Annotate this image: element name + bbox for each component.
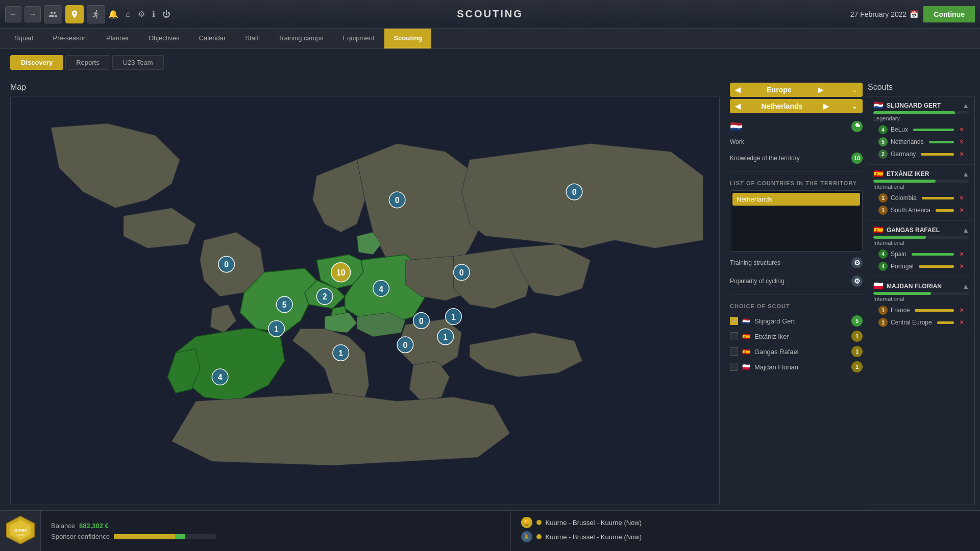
country-dropdown-icon[interactable]: ⌄: [851, 102, 857, 110]
subtab-discovery[interactable]: Discovery: [10, 55, 63, 70]
tab-scouting[interactable]: Scouting: [384, 29, 431, 48]
region-name: Europe: [767, 86, 791, 94]
close-belux[interactable]: ✕: [959, 126, 964, 133]
tab-preseason[interactable]: Pre-season: [44, 29, 96, 48]
tab-calendar[interactable]: Calendar: [190, 29, 235, 48]
scout-header-etxaniz: 🇪🇸 ETXÁNIZ IKER ▲: [873, 169, 969, 179]
scout-rank-etxaniz: International: [873, 184, 969, 190]
trophy-icon-1: 🏆: [521, 517, 532, 528]
training-gear-icon: ⚙: [851, 257, 863, 268]
calendar-icon[interactable]: 📅: [910, 10, 918, 18]
scouting-icon[interactable]: [65, 5, 84, 23]
event-text-1: Kuurne - Brussel - Kuurne (Now): [546, 519, 642, 527]
scout-region-germany: 2 Germany ✕: [873, 148, 969, 160]
scout-es-flag-etxaniz: 🇪🇸: [873, 169, 884, 179]
team-hex-logo: JUMBO VISMA: [5, 515, 36, 547]
top-bar: ← → 🔔 ⌂ ⚙ ℹ ⏻ SCOUTING 27 February 2022 …: [0, 0, 980, 29]
settings-icon[interactable]: ⚙: [138, 9, 145, 19]
close-netherlands[interactable]: ✕: [959, 138, 964, 145]
region-name-germany: Germany: [891, 151, 916, 158]
region-selector-europe[interactable]: ◀ Europe ▶ ⌄: [730, 83, 863, 97]
scout-region-portugal: 4 Portugal ✕: [873, 260, 969, 272]
confidence-green-fill: [175, 534, 185, 539]
scout-card-slijngard: 🇳🇱 SLIJNGARD GERT ▲ Legendary 4 BeLux ✕: [868, 96, 974, 165]
scout-name-display-etxaniz: ETXÁNIZ IKER: [887, 170, 929, 178]
close-central-europe[interactable]: ✕: [959, 319, 964, 326]
power-icon[interactable]: ⏻: [162, 10, 170, 19]
country-item-netherlands[interactable]: Netherlands: [732, 193, 860, 206]
scout-score-majdan: 1: [851, 361, 863, 372]
tab-squad[interactable]: Squad: [5, 29, 43, 48]
scout-name-slijngard: Slijngard Gert: [754, 317, 795, 325]
region-dropdown-icon[interactable]: ⌄: [851, 86, 857, 94]
region-name-netherlands: Netherlands: [891, 138, 924, 145]
region-badge-netherlands: 5: [878, 137, 888, 146]
region-arrow-left[interactable]: ◀: [735, 86, 741, 94]
scout-checkbox-majdan[interactable]: [730, 363, 738, 371]
cycle-icon[interactable]: [87, 5, 105, 23]
tab-equipment[interactable]: Equipment: [333, 29, 383, 48]
countries-list: Netherlands: [730, 190, 863, 252]
scout-card-majdan: 🇵🇱 MAJDAN FLORIAN ▲ International 1 Fran…: [868, 277, 974, 333]
event-2: 🚴 Kuurne - Brussel - Kuurne (Now): [521, 531, 970, 542]
bell-icon[interactable]: 🔔: [108, 9, 118, 19]
scout-expand-slijngard[interactable]: ▲: [962, 102, 969, 110]
region-badge-germany: 2: [878, 149, 888, 159]
scouts-title: Scouts: [868, 83, 975, 92]
region-badge-colombia: 1: [878, 193, 888, 203]
balance-row: Balance 882,302 €: [51, 522, 500, 530]
scout-name-gangas: Gangas Rafael: [754, 348, 799, 356]
work-icon: [851, 121, 863, 132]
scout-checkbox-slijngard[interactable]: ✓: [730, 317, 738, 325]
subtab-u23team[interactable]: U23 Team: [112, 55, 164, 70]
event-text-2: Kuurne - Brussel - Kuurne (Now): [546, 533, 642, 541]
close-spain[interactable]: ✕: [959, 251, 964, 258]
scout-checkbox-gangas[interactable]: [730, 347, 738, 356]
scout-expand-majdan[interactable]: ▲: [962, 282, 969, 290]
squad-icon[interactable]: [44, 5, 62, 23]
scout-card-etxaniz: 🇪🇸 ETXÁNIZ IKER ▲ International 1 Colomb…: [868, 165, 974, 221]
scout-name-etxaniz: Etxániz Iker: [754, 333, 789, 340]
country-arrow-right[interactable]: ▶: [823, 102, 829, 110]
right-panel: ◀ Europe ▶ ⌄ ◀ Netherlands ▶ ⌄ 🇳🇱: [725, 78, 868, 510]
close-portugal[interactable]: ✕: [959, 263, 964, 270]
balance-amount: 882,302 €: [79, 522, 109, 530]
scouts-list: 🇳🇱 SLIJNGARD GERT ▲ Legendary 4 BeLux ✕: [868, 96, 975, 505]
scout-bar-majdan: [873, 292, 969, 295]
country-selector-netherlands[interactable]: ◀ Netherlands ▶ ⌄: [730, 99, 863, 113]
top-bar-left: ← → 🔔 ⌂ ⚙ ℹ ⏻: [0, 5, 170, 23]
tab-staff[interactable]: Staff: [236, 29, 268, 48]
continue-button[interactable]: Continue: [923, 6, 975, 22]
page-title: SCOUTING: [457, 8, 523, 20]
home-icon[interactable]: ⌂: [126, 10, 131, 19]
region-arrow-right[interactable]: ▶: [818, 86, 823, 94]
subtab-reports[interactable]: Reports: [65, 55, 110, 70]
scout-checkbox-etxaniz[interactable]: [730, 332, 738, 340]
close-colombia[interactable]: ✕: [959, 194, 964, 202]
scout-expand-etxaniz[interactable]: ▲: [962, 170, 969, 178]
map-svg: 10 2 5 4 4 0: [11, 96, 719, 505]
map-container[interactable]: 10 2 5 4 4 0: [10, 96, 720, 505]
svg-text:0: 0: [459, 268, 464, 277]
scout-choice-majdan: 🇵🇱 Majdan Florian 1: [730, 359, 863, 374]
scout-name-majdan: Majdan Florian: [754, 363, 798, 371]
tab-objectives[interactable]: Objectives: [139, 29, 189, 48]
tab-planner[interactable]: Planner: [97, 29, 138, 48]
top-bar-right: 27 February 2022 📅 Continue: [850, 6, 980, 22]
info-icon[interactable]: ℹ: [152, 9, 155, 19]
close-south-america[interactable]: ✕: [959, 207, 964, 214]
scout-header-majdan: 🇵🇱 MAJDAN FLORIAN ▲: [873, 281, 969, 291]
scout-bar-etxaniz: [873, 180, 969, 183]
region-name-south-america: South America: [891, 207, 930, 214]
close-germany[interactable]: ✕: [959, 151, 964, 158]
scout-score-etxaniz: 1: [851, 331, 863, 342]
country-arrow-left[interactable]: ◀: [735, 102, 741, 110]
scout-bar-slijngard: [873, 111, 969, 114]
close-france[interactable]: ✕: [959, 307, 964, 314]
back-button[interactable]: ←: [5, 6, 21, 22]
scouts-choice-list: ✓ 🇳🇱 Slijngard Gert 5 🇪🇸 Etxániz Iker 1 …: [730, 313, 863, 374]
confidence-bar: [114, 534, 216, 539]
forward-button[interactable]: →: [24, 6, 41, 22]
tab-training-camps[interactable]: Training camps: [269, 29, 332, 48]
scout-expand-gangas[interactable]: ▲: [962, 226, 969, 234]
